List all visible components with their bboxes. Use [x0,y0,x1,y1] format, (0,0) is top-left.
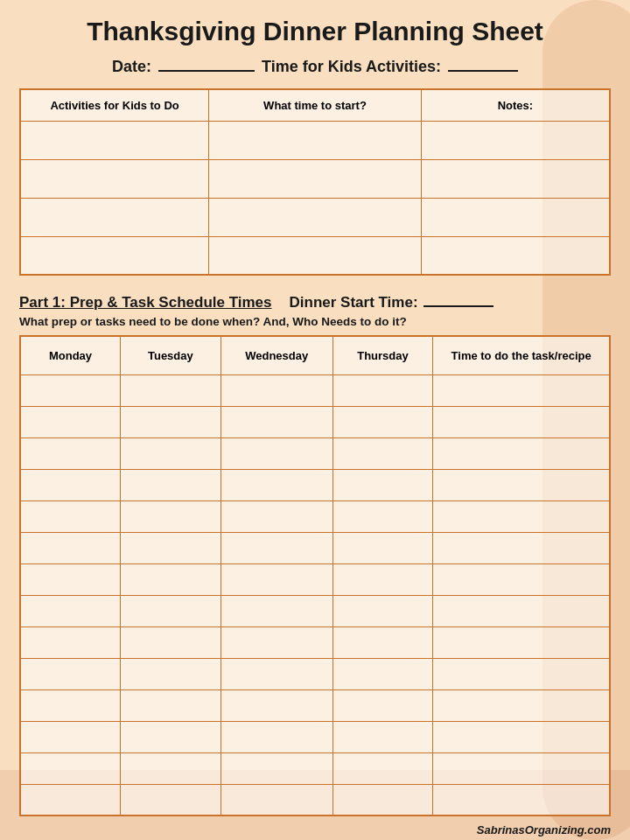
sched-cell[interactable] [220,595,332,626]
sched-cell[interactable] [332,532,433,564]
activities-header-row: Activities for Kids to Do What time to s… [20,89,610,121]
sched-cell[interactable] [20,406,121,438]
sched-cell[interactable] [20,374,121,406]
sched-cell[interactable] [433,469,610,500]
time-label: Time for Kids Activities: [262,58,441,76]
sched-cell[interactable] [433,658,610,690]
sched-cell[interactable] [121,784,221,816]
table-row [20,595,610,626]
sched-cell[interactable] [121,752,221,784]
sched-cell[interactable] [433,595,610,626]
sched-cell[interactable] [20,626,121,658]
sched-cell[interactable] [332,784,433,816]
sched-cell[interactable] [332,658,433,690]
col-monday: Monday [20,336,121,374]
sched-cell[interactable] [220,784,332,816]
col-wednesday: Wednesday [220,336,332,374]
sched-cell[interactable] [433,564,610,595]
sched-cell[interactable] [433,752,610,784]
sched-cell[interactable] [332,752,433,784]
website-credit: SabrinasOrganizing.com [19,823,611,836]
sched-cell[interactable] [121,469,221,500]
sched-cell[interactable] [332,469,433,500]
sched-cell[interactable] [332,690,433,721]
sched-cell[interactable] [20,784,121,816]
table-row [20,564,610,595]
sched-cell[interactable] [20,658,121,690]
notes-cell[interactable] [421,121,610,159]
sched-cell[interactable] [220,690,332,721]
sched-cell[interactable] [121,438,221,469]
sched-cell[interactable] [121,658,221,690]
time-cell[interactable] [209,159,422,198]
sched-cell[interactable] [433,532,610,564]
sched-cell[interactable] [20,438,121,469]
sched-cell[interactable] [220,658,332,690]
sched-cell[interactable] [332,721,433,752]
date-time-row: Date: Time for Kids Activities: [19,54,611,76]
sched-cell[interactable] [20,500,121,532]
sched-cell[interactable] [332,374,433,406]
table-row [20,374,610,406]
sched-cell[interactable] [433,500,610,532]
sched-cell[interactable] [220,564,332,595]
sched-cell[interactable] [121,374,221,406]
sched-cell[interactable] [121,690,221,721]
sched-cell[interactable] [433,374,610,406]
sched-cell[interactable] [220,721,332,752]
act-cell[interactable] [20,236,209,275]
sched-cell[interactable] [332,564,433,595]
sched-cell[interactable] [332,595,433,626]
sched-cell[interactable] [121,595,221,626]
sched-cell[interactable] [332,406,433,438]
sched-cell[interactable] [433,438,610,469]
notes-cell[interactable] [421,236,610,275]
act-cell[interactable] [20,198,209,236]
sched-cell[interactable] [220,532,332,564]
sched-cell[interactable] [433,406,610,438]
sched-cell[interactable] [121,721,221,752]
sched-cell[interactable] [20,752,121,784]
sched-cell[interactable] [332,500,433,532]
sched-cell[interactable] [220,469,332,500]
sched-cell[interactable] [332,438,433,469]
sched-cell[interactable] [121,406,221,438]
section1-header: Part 1: Prep & Task Schedule Times Dinne… [19,290,611,312]
sched-cell[interactable] [20,690,121,721]
sched-cell[interactable] [20,564,121,595]
sched-cell[interactable] [121,564,221,595]
col-time-task: Time to do the task/recipe [433,336,610,374]
time-cell[interactable] [209,121,422,159]
sched-cell[interactable] [220,752,332,784]
sched-cell[interactable] [20,532,121,564]
act-cell[interactable] [20,121,209,159]
time-field[interactable] [448,54,518,72]
schedule-table: Monday Tuesday Wednesday Thursday Time t… [19,335,611,816]
dinner-start-field[interactable] [424,290,494,307]
act-cell[interactable] [20,159,209,198]
notes-cell[interactable] [421,198,610,236]
sched-cell[interactable] [20,721,121,752]
sched-cell[interactable] [220,438,332,469]
sched-cell[interactable] [433,626,610,658]
sched-cell[interactable] [433,690,610,721]
sched-cell[interactable] [121,532,221,564]
sched-cell[interactable] [332,626,433,658]
notes-cell[interactable] [421,159,610,198]
time-cell[interactable] [209,198,422,236]
sched-cell[interactable] [220,626,332,658]
table-row [20,469,610,500]
sched-cell[interactable] [121,500,221,532]
sched-cell[interactable] [220,500,332,532]
sched-cell[interactable] [220,374,332,406]
sched-cell[interactable] [433,721,610,752]
sched-cell[interactable] [20,469,121,500]
sched-cell[interactable] [433,784,610,816]
sched-cell[interactable] [20,595,121,626]
sched-cell[interactable] [121,626,221,658]
date-field[interactable] [158,54,255,72]
dinner-start-group: Dinner Start Time: [290,290,494,312]
time-cell[interactable] [209,236,422,275]
sched-cell[interactable] [220,406,332,438]
table-row [20,658,610,690]
